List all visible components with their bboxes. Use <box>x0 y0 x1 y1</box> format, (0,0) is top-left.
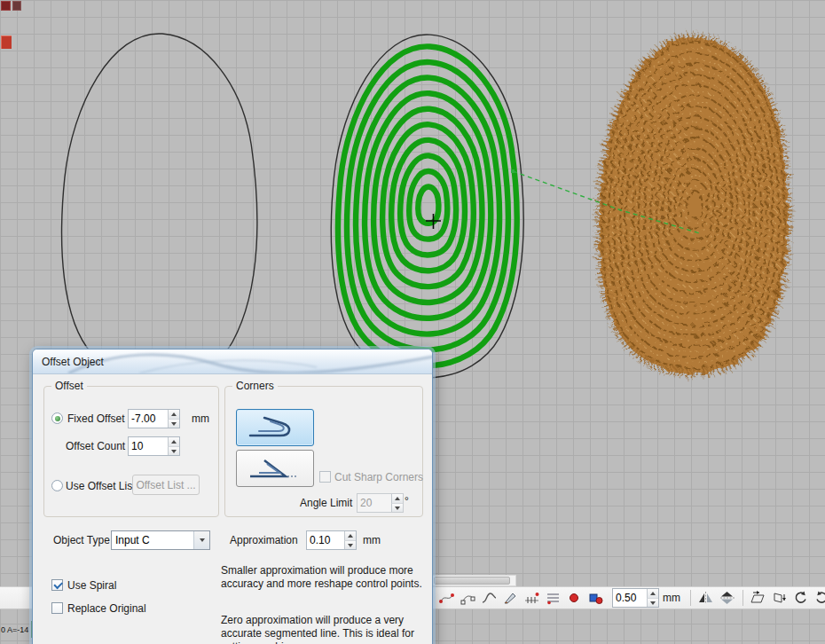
horizontal-scrollbar[interactable] <box>432 575 516 586</box>
use-offset-list-radio[interactable] <box>51 480 63 491</box>
fixed-offset-unit: mm <box>192 412 209 425</box>
cut-sharp-corners-checkbox[interactable] <box>319 471 331 483</box>
entry-point-button[interactable] <box>564 588 584 608</box>
use-spiral-label[interactable]: Use Spiral <box>67 579 116 592</box>
docked-tool-icon[interactable] <box>1 1 11 11</box>
fixed-offset-label[interactable]: Fixed Offset <box>67 412 124 425</box>
approximation-input[interactable] <box>307 531 344 549</box>
rotate-left-button[interactable] <box>790 588 810 608</box>
skew-horizontal-icon <box>750 591 766 605</box>
docked-tool-icon[interactable] <box>1 35 12 49</box>
angle-limit-down-button[interactable] <box>391 503 403 512</box>
offset-list-button[interactable]: Offset List ... <box>132 475 200 495</box>
stitch-length-down-button[interactable] <box>647 598 658 607</box>
entry-point-icon <box>567 591 582 605</box>
object-type-label: Object Type <box>53 534 110 546</box>
sharp-corners-button[interactable] <box>236 450 314 487</box>
dropdown-arrow-icon[interactable] <box>193 531 209 549</box>
approximation-down-button[interactable] <box>344 540 356 549</box>
stitch-length-input[interactable] <box>613 589 647 607</box>
toolbar-separator <box>742 590 743 606</box>
fixed-offset-input[interactable] <box>129 410 168 428</box>
offset-object-dialog: Offset Object Offset Fixed Offset mm Off… <box>32 349 433 644</box>
object-type-dropdown[interactable]: Input C <box>111 530 210 550</box>
angle-limit-up-button[interactable] <box>391 494 403 503</box>
approximation-note: Smaller approximation will produce more … <box>221 564 427 591</box>
exit-point-button[interactable] <box>585 588 605 608</box>
dialog-titlebar[interactable]: Offset Object <box>33 349 432 374</box>
replace-original-checkbox[interactable] <box>51 602 63 614</box>
angle-limit-unit: ° <box>405 495 409 507</box>
approximation-spinner <box>306 530 357 550</box>
fixed-offset-radio[interactable] <box>51 412 63 424</box>
status-readout: 0 A=-14 <box>1 625 28 634</box>
mirror-vertical-icon <box>719 591 735 605</box>
knife-icon <box>503 591 518 605</box>
stitch-length-unit: mm <box>663 592 680 604</box>
offset-group: Offset Fixed Offset mm Offset Count Use … <box>43 386 219 517</box>
approximation-unit: mm <box>363 534 381 546</box>
docked-tool-icon[interactable] <box>12 1 21 11</box>
stitch-length-spinner <box>612 588 659 608</box>
curve-tool-button[interactable] <box>479 588 499 608</box>
rounded-corners-button[interactable] <box>236 409 314 446</box>
curve-icon <box>482 591 497 605</box>
exit-point-icon <box>588 591 603 605</box>
stitch-edit-icon <box>439 591 454 605</box>
mirror-vertical-button[interactable] <box>717 588 736 608</box>
density-button[interactable] <box>543 588 562 608</box>
density-icon <box>546 591 561 605</box>
selection-handle[interactable] <box>511 169 515 173</box>
offset-count-up-button[interactable] <box>168 437 179 446</box>
fixed-offset-up-button[interactable] <box>168 410 179 419</box>
skew-vertical-button[interactable] <box>769 588 789 608</box>
offset-count-spinner <box>128 436 180 456</box>
offset-group-label: Offset <box>51 380 87 392</box>
reshape-icon <box>460 591 475 605</box>
object-type-value: Input C <box>112 534 193 546</box>
approximation-label: Approximation <box>230 534 298 546</box>
rounded-corners-icon <box>243 414 307 441</box>
offset-count-input[interactable] <box>129 437 168 455</box>
angle-limit-input[interactable] <box>358 494 391 512</box>
offset-count-label: Offset Count <box>66 440 125 452</box>
cut-sharp-corners-label[interactable]: Cut Sharp Corners <box>334 471 423 483</box>
dialog-title: Offset Object <box>42 356 104 368</box>
corners-group: Corners Cut Sharp Corners Angle Limit <box>224 386 423 517</box>
stitch-marks-icon <box>524 591 539 605</box>
sharp-corners-icon <box>243 455 307 482</box>
zero-approximation-note: Zero approximation will produce a very a… <box>221 614 427 644</box>
mirror-horizontal-button[interactable] <box>695 588 715 608</box>
mirror-horizontal-icon <box>697 591 714 605</box>
offset-count-down-button[interactable] <box>168 446 179 455</box>
offset-preview-shape[interactable] <box>331 35 523 378</box>
rotate-left-icon <box>793 591 808 605</box>
fixed-offset-down-button[interactable] <box>168 419 179 428</box>
replace-original-label[interactable]: Replace Original <box>67 602 146 615</box>
angle-limit-spinner <box>357 493 404 513</box>
stitch-length-up-button[interactable] <box>647 589 658 598</box>
scrollbar-thumb[interactable] <box>434 577 510 585</box>
stitched-shape[interactable] <box>600 37 788 373</box>
angle-limit-label: Angle Limit <box>300 497 352 509</box>
use-spiral-checkbox[interactable] <box>51 579 63 591</box>
skew-horizontal-button[interactable] <box>748 588 767 608</box>
skew-vertical-icon <box>771 591 787 605</box>
rotate-right-icon <box>814 591 825 605</box>
corners-group-label: Corners <box>232 380 278 392</box>
toolbar-separator <box>690 590 691 606</box>
use-offset-list-label[interactable]: Use Offset List <box>66 480 135 492</box>
outline-shape[interactable] <box>62 34 257 382</box>
reshape-button[interactable] <box>458 588 477 608</box>
stitch-marks-button[interactable] <box>522 588 541 608</box>
rotate-right-button[interactable] <box>812 588 825 608</box>
approximation-up-button[interactable] <box>344 531 356 540</box>
fixed-offset-spinner <box>128 409 180 428</box>
knife-button[interactable] <box>500 588 520 608</box>
stitch-edit-button[interactable] <box>436 588 456 608</box>
